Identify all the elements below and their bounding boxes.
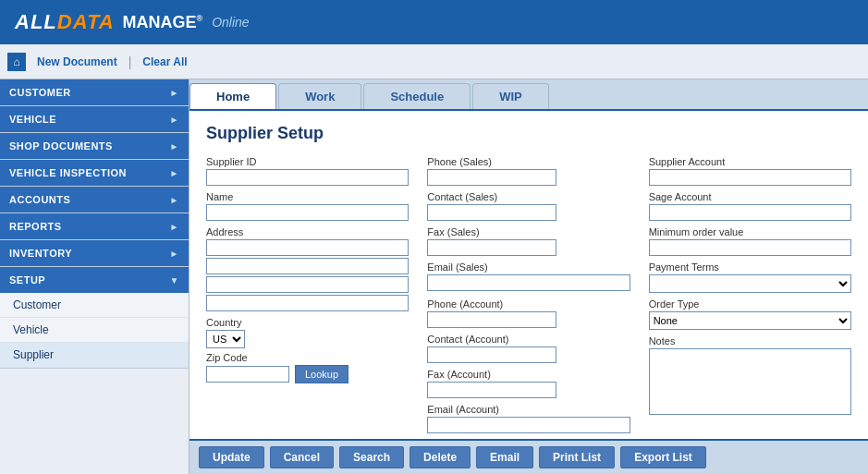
sidebar-section-accounts: ACCOUNTS ► [0, 187, 189, 213]
min-order-label: Minimum order value [649, 226, 851, 237]
payment-terms-select[interactable]: Net 30 Net 60 COD [649, 274, 851, 293]
chevron-right-icon: ► [170, 141, 179, 152]
home-icon[interactable]: ⌂ [7, 53, 26, 71]
payment-terms-group: Payment Terms Net 30 Net 60 COD [649, 261, 851, 293]
content-area: Home Work Schedule WIP Supplier Setup Su… [189, 79, 868, 474]
sidebar-section-setup: SETUP ▼ Customer Vehicle Supplier [0, 267, 189, 369]
sidebar-item-vehicle[interactable]: VEHICLE ► [0, 106, 189, 132]
contact-sales-label: Contact (Sales) [427, 191, 630, 202]
email-account-label: Email (Account) [427, 404, 630, 415]
tab-schedule[interactable]: Schedule [363, 83, 471, 109]
fax-sales-input[interactable] [427, 239, 556, 256]
min-order-group: Minimum order value [649, 226, 851, 256]
header: ALLDATA MANAGE® Online [0, 0, 868, 44]
supplier-id-input[interactable] [206, 169, 409, 186]
logo: ALLDATA MANAGE® Online [15, 10, 250, 34]
phone-account-input[interactable] [427, 311, 556, 328]
lookup-button[interactable]: Lookup [295, 365, 348, 383]
address-line-2[interactable] [206, 258, 409, 274]
sidebar-item-customer[interactable]: CUSTOMER ► [0, 79, 189, 105]
sidebar-section-customer: CUSTOMER ► [0, 79, 189, 106]
sidebar-item-setup[interactable]: SETUP ▼ [0, 267, 189, 293]
page-title: Supplier Setup [206, 124, 851, 143]
payment-terms-label: Payment Terms [649, 261, 851, 273]
sidebar-section-vehicle-inspection: VEHICLE INSPECTION ► [0, 160, 189, 187]
supplier-id-group: Supplier ID [206, 156, 409, 186]
name-group: Name [206, 191, 409, 221]
country-zip-row: Country US CA UK [206, 317, 409, 348]
update-button[interactable]: Update [199, 446, 264, 468]
tab-work[interactable]: Work [278, 83, 361, 109]
sidebar-item-inventory[interactable]: INVENTORY ► [0, 240, 189, 266]
address-line-4[interactable] [206, 295, 409, 311]
cancel-button[interactable]: Cancel [270, 446, 334, 468]
name-label: Name [206, 191, 409, 202]
country-group: Country US CA UK [206, 317, 245, 348]
form-col-1: Supplier ID Name Address [206, 156, 409, 439]
tab-home[interactable]: Home [189, 83, 276, 109]
sidebar-item-reports[interactable]: REPORTS ► [0, 213, 189, 239]
email-account-input[interactable] [427, 417, 630, 433]
page-content: Supplier Setup Supplier ID Name Address [189, 111, 868, 439]
tab-bar: Home Work Schedule WIP [189, 79, 868, 111]
phone-account-label: Phone (Account) [427, 298, 630, 310]
sidebar-section-shop-documents: SHOP DOCUMENTS ► [0, 133, 189, 160]
chevron-right-icon: ► [170, 222, 179, 232]
sidebar-section-inventory: INVENTORY ► [0, 240, 189, 267]
fax-account-input[interactable] [427, 382, 556, 398]
sage-account-label: Sage Account [649, 191, 851, 202]
new-document-button[interactable]: New Document [37, 55, 117, 68]
sidebar-subitem-customer[interactable]: Customer [0, 293, 189, 318]
notes-label: Notes [649, 335, 851, 346]
search-button[interactable]: Search [339, 446, 404, 468]
print-list-button[interactable]: Print List [539, 446, 615, 468]
sidebar-item-shop-documents[interactable]: SHOP DOCUMENTS ► [0, 133, 189, 159]
email-button[interactable]: Email [476, 446, 533, 468]
name-input[interactable] [206, 204, 409, 221]
address-label: Address [206, 226, 409, 237]
sage-account-group: Sage Account [649, 191, 851, 221]
logo-online: Online [208, 15, 249, 30]
form-col-3: Supplier Account Sage Account Minimum or… [649, 156, 851, 439]
notes-group: Notes [649, 335, 851, 418]
sidebar-subitem-vehicle[interactable]: Vehicle [0, 318, 189, 343]
address-group: Address [206, 226, 409, 311]
supplier-account-group: Supplier Account [649, 156, 851, 186]
fax-account-group: Fax (Account) [427, 369, 630, 398]
notes-textarea[interactable] [649, 348, 851, 415]
export-list-button[interactable]: Export List [620, 446, 706, 468]
zip-code-input[interactable] [206, 366, 289, 383]
clear-all-button[interactable]: Clear All [142, 55, 187, 68]
phone-sales-input[interactable] [427, 169, 556, 186]
sidebar-item-vehicle-inspection[interactable]: VEHICLE INSPECTION ► [0, 160, 189, 186]
chevron-right-icon: ► [170, 249, 179, 259]
sidebar-section-vehicle: VEHICLE ► [0, 106, 189, 133]
contact-account-input[interactable] [427, 346, 556, 363]
address-line-1[interactable] [206, 239, 409, 256]
contact-sales-input[interactable] [427, 204, 556, 221]
order-type-select[interactable]: None Standard Rush Special [649, 311, 851, 330]
contact-account-group: Contact (Account) [427, 334, 630, 363]
sage-account-input[interactable] [649, 204, 851, 221]
email-account-group: Email (Account) [427, 404, 630, 433]
main-layout: CUSTOMER ► VEHICLE ► SHOP DOCUMENTS ► VE… [0, 79, 868, 474]
phone-sales-group: Phone (Sales) [427, 156, 630, 186]
supplier-id-label: Supplier ID [206, 156, 409, 167]
fax-sales-label: Fax (Sales) [427, 226, 630, 237]
fax-account-label: Fax (Account) [427, 369, 630, 380]
sidebar-item-accounts[interactable]: ACCOUNTS ► [0, 187, 189, 213]
chevron-right-icon: ► [170, 168, 179, 178]
form-col-2: Phone (Sales) Contact (Sales) Fax (Sales… [427, 156, 630, 439]
chevron-right-icon: ► [170, 88, 179, 98]
supplier-account-input[interactable] [649, 169, 851, 186]
min-order-input[interactable] [649, 239, 851, 256]
logo-alldata: ALLDATA [15, 10, 115, 34]
delete-button[interactable]: Delete [410, 446, 471, 468]
address-line-3[interactable] [206, 276, 409, 293]
country-select[interactable]: US CA UK [206, 330, 245, 348]
action-bar: Update Cancel Search Delete Email Print … [189, 439, 868, 474]
email-sales-input[interactable] [427, 274, 630, 291]
order-type-group: Order Type None Standard Rush Special [649, 298, 851, 330]
tab-wip[interactable]: WIP [472, 83, 549, 109]
sidebar-subitem-supplier[interactable]: Supplier [0, 343, 189, 368]
